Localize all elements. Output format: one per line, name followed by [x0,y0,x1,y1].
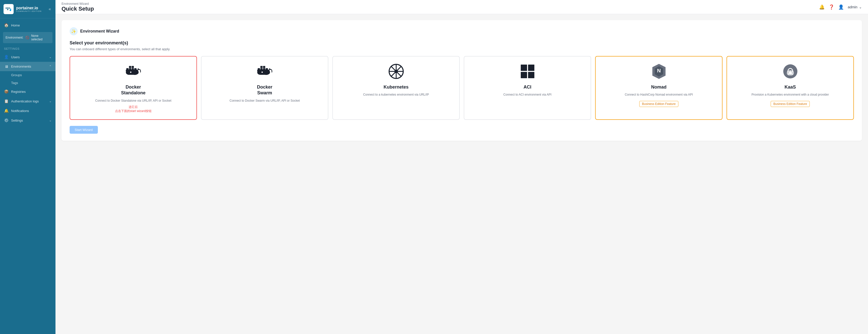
sidebar-item-registries[interactable]: 📦 Registries [0,87,56,96]
sidebar-item-settings[interactable]: ⚙️ Settings ⌄ [0,116,56,125]
docker-standalone-note: 选它后点击下面的start wizard按钮 [115,105,152,114]
svg-point-12 [130,71,131,73]
sidebar-item-groups[interactable]: Groups [0,71,56,79]
breadcrumb-area: Environment Wizard Quick Setup [62,2,94,12]
svg-rect-9 [132,66,134,68]
help-icon[interactable]: ❓ [829,4,834,10]
groups-label: Groups [11,73,22,77]
wizard-card: ✨ Environment Wizard Select your environ… [62,20,862,141]
users-icon: 👤 [4,55,8,59]
header: Environment Wizard Quick Setup 🔔 ❓ 👤 adm… [56,0,868,14]
wizard-card-header: ✨ Environment Wizard [70,27,854,35]
aci-cell-2 [528,65,534,71]
logo-icon [3,4,13,14]
breadcrumb: Environment Wizard [62,2,94,5]
section-desc: You can onboard different types of envir… [70,47,854,51]
svg-rect-16 [260,66,262,68]
env-card-docker-swarm[interactable]: DockerSwarm Connect to Docker Swarm via … [201,56,328,120]
home-label: Home [11,24,20,27]
environments-label: Environments [11,65,31,68]
settings-icon: ⚙️ [4,118,8,123]
nomad-icon: N [652,63,666,80]
notifications-bell-icon[interactable]: 🔔 [819,4,825,10]
kaas-business-badge: Business Edition Feature [771,101,810,107]
page-title: Quick Setup [62,5,94,12]
aci-cell-1 [521,65,527,71]
docker-swarm-name: DockerSwarm [257,84,272,96]
users-chevron-icon: ⌄ [49,56,52,59]
environments-chevron-icon: ⌃ [49,65,52,68]
auth-logs-chevron-icon: ⌄ [49,100,52,103]
env-card-kubernetes[interactable]: Kubernetes Connect to a kubernetes envir… [332,56,460,120]
main-area: Environment Wizard Quick Setup 🔔 ❓ 👤 adm… [56,0,868,334]
settings-section-label: Settings [0,45,56,52]
env-selector-label: Environment: [5,36,24,39]
kubernetes-icon [389,63,404,80]
nomad-name: Nomad [651,84,666,90]
sidebar-item-tags[interactable]: Tags [0,79,56,87]
sidebar: portainer.io COMMUNITY EDITION « 🏠 Home … [0,0,56,334]
svg-point-27 [789,72,792,74]
aci-cell-4 [528,72,534,78]
env-card-kaas[interactable]: KaaS Provision a Kubernetes environment … [726,56,854,120]
logo-main-text: portainer.io [16,6,41,10]
kaas-icon [783,63,798,80]
docker-swarm-icon [256,63,274,80]
nomad-business-badge: Business Edition Feature [639,101,678,107]
logo-text: portainer.io COMMUNITY EDITION [16,6,41,12]
environment-selector[interactable]: Environment: 🚫 None selected [3,32,53,43]
env-card-nomad[interactable]: N Nomad Connect to HashiCorp Nomad envir… [595,56,722,120]
user-chevron-icon: ⌄ [859,5,862,9]
sidebar-item-auth-logs[interactable]: 📋 Authentication logs ⌄ [0,96,56,106]
svg-point-22 [395,70,398,73]
users-label: Users [11,55,20,59]
settings-chevron-icon: ⌄ [49,119,52,122]
environment-grid: DockerStandalone Connect to Docker Stand… [70,56,854,120]
sidebar-item-users[interactable]: 👤 Users ⌄ [0,52,56,62]
tags-label: Tags [11,81,18,85]
svg-point-4 [10,8,11,9]
aci-icon [521,63,534,80]
registries-icon: 📦 [4,89,8,94]
kubernetes-name: Kubernetes [383,84,408,90]
content-area: ✨ Environment Wizard Select your environ… [56,14,868,334]
user-menu[interactable]: admin ⌄ [848,5,862,9]
auth-logs-icon: 📋 [4,99,8,103]
env-selector-value: None selected [31,34,50,41]
docker-standalone-name: DockerStandalone [121,84,146,96]
notifications-label: Notifications [11,109,29,113]
svg-rect-17 [263,66,265,68]
nomad-desc: Connect to HashiCorp Nomad environment v… [625,93,693,97]
docker-standalone-icon [125,63,142,80]
user-account-icon[interactable]: 👤 [838,4,844,10]
username: admin [848,5,858,9]
svg-rect-3 [7,9,8,10]
auth-logs-label: Authentication logs [11,99,39,103]
svg-rect-8 [129,66,131,68]
section-title: Select your environment(s) [70,40,854,45]
collapse-sidebar-button[interactable]: « [48,6,52,12]
env-card-aci[interactable]: ACI Connect to ACI environment via API [464,56,591,120]
sidebar-item-home[interactable]: 🏠 Home [0,21,56,30]
logo-sub-text: COMMUNITY EDITION [16,10,41,12]
wizard-header-title: Environment Wizard [80,29,119,34]
sidebar-item-notifications[interactable]: 🔔 Notifications [0,106,56,116]
registries-label: Registries [11,90,26,94]
kaas-name: KaaS [784,84,796,90]
start-wizard-button[interactable]: Start Wizard [70,126,98,134]
logo: portainer.io COMMUNITY EDITION [3,4,41,14]
header-left: Environment Wizard Quick Setup [62,2,94,12]
env-card-docker-standalone[interactable]: DockerStandalone Connect to Docker Stand… [70,56,197,120]
svg-rect-1 [7,7,8,8]
no-env-icon: 🚫 [26,36,29,39]
sidebar-item-environments[interactable]: 🖥 Environments ⌃ [0,62,56,71]
svg-rect-2 [8,7,10,8]
wizard-header-icon: ✨ [70,27,78,35]
svg-point-20 [261,71,262,73]
home-icon: 🏠 [4,23,8,28]
svg-rect-0 [5,7,7,8]
environments-icon: 🖥 [4,64,8,69]
kubernetes-desc: Connect to a kubernetes environment via … [363,93,429,97]
settings-label-nav: Settings [11,119,23,122]
docker-swarm-desc: Connect to Docker Swarm via URL/IP, API … [229,99,300,103]
